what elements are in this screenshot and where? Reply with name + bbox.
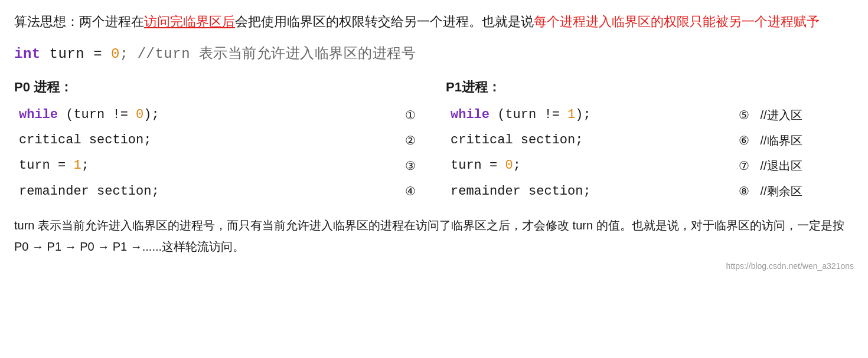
p0-row1-code: while (turn != 0);: [14, 102, 399, 127]
p0-title: P0 进程：: [14, 77, 422, 97]
p1-block: P1进程： while (turn != 1); ⑤ //进入区 critica…: [446, 77, 854, 204]
table-row: remainder section; ④: [14, 179, 422, 204]
p1-cond1: (turn !=: [490, 107, 567, 122]
intro-paragraph: 算法思想：两个进程在访问完临界区后会把使用临界区的权限转交给另一个进程。也就是说…: [14, 11, 854, 32]
p0-row3-code: turn = 1;: [14, 153, 399, 178]
p0-row1-num: ①: [399, 102, 422, 127]
p0-num1: 0: [136, 107, 143, 122]
p0-table: while (turn != 0); ① critical section; ②…: [14, 102, 422, 204]
p1-row4-code: remainder section;: [446, 179, 732, 204]
p1-row4-num: ⑧: [732, 179, 756, 204]
p0-while1: while: [19, 107, 58, 122]
table-row: while (turn != 1); ⑤ //进入区: [446, 102, 854, 127]
table-row: while (turn != 0); ①: [14, 102, 422, 127]
code-value: 0: [111, 46, 120, 62]
p0-close1: );: [143, 107, 159, 122]
p1-turn-semi: ;: [513, 158, 521, 173]
p1-row2-comment: //临界区: [756, 127, 854, 153]
p1-turn-val: 0: [505, 158, 513, 173]
p1-while1: while: [451, 107, 490, 122]
p0-cond1: (turn !=: [58, 107, 136, 122]
p0-block: P0 进程： while (turn != 0); ① critical sec…: [14, 77, 422, 204]
p0-row4-num: ④: [399, 179, 422, 204]
intro-red1: 每个进程进入临界区的权限只能被另一个进程赋予: [534, 14, 820, 29]
p0-turn-assign: turn =: [19, 158, 73, 173]
code-comment: ; //turn 表示当前允许进入临界区的进程号: [120, 46, 416, 62]
p0-row4-code: remainder section;: [14, 179, 399, 204]
source-link: https://blog.csdn.net/wen_a321ons: [14, 260, 854, 272]
p1-row2-num: ⑥: [732, 127, 756, 153]
intro-middle1: 会把使用临界区的权限转交给另一个进程。也就是说: [235, 14, 534, 29]
p1-table: while (turn != 1); ⑤ //进入区 critical sect…: [446, 102, 854, 204]
intro-prefix: 算法思想：两个进程在: [14, 14, 144, 29]
code-var: turn =: [41, 46, 111, 62]
p0-turn-val: 1: [73, 158, 81, 173]
footer-content: turn 表示当前允许进入临界区的进程号，而只有当前允许进入临界区的进程在访问了…: [14, 219, 844, 253]
keyword-int: int: [14, 46, 41, 62]
p1-row4-comment: //剩余区: [756, 179, 854, 204]
p1-row3-comment: //退出区: [756, 153, 854, 178]
p1-num1: 1: [567, 107, 575, 122]
processes-container: P0 进程： while (turn != 0); ① critical sec…: [14, 77, 854, 204]
divider: [422, 77, 446, 204]
table-row: turn = 0; ⑦ //退出区: [446, 153, 854, 178]
p0-row2-code: critical section;: [14, 127, 399, 153]
p0-turn-semi: ;: [81, 158, 89, 173]
table-row: critical section; ⑥ //临界区: [446, 127, 854, 153]
p0-row2-num: ②: [399, 127, 422, 153]
p1-row1-comment: //进入区: [756, 102, 854, 127]
footer-text: turn 表示当前允许进入临界区的进程号，而只有当前允许进入临界区的进程在访问了…: [14, 215, 854, 257]
p1-row1-code: while (turn != 1);: [446, 102, 732, 127]
source-url: https://blog.csdn.net/wen_a321ons: [726, 261, 854, 271]
p1-close1: );: [575, 107, 590, 122]
p0-row3-num: ③: [399, 153, 422, 178]
intro-underline1: 访问完临界区后: [144, 14, 235, 29]
p1-row1-num: ⑤: [732, 102, 756, 127]
p1-row2-code: critical section;: [446, 127, 732, 153]
p1-turn-assign: turn =: [451, 158, 505, 173]
table-row: critical section; ②: [14, 127, 422, 153]
table-row: turn = 1; ③: [14, 153, 422, 178]
p1-row3-num: ⑦: [732, 153, 756, 178]
p1-row3-code: turn = 0;: [446, 153, 732, 178]
p1-title: P1进程：: [446, 77, 854, 97]
code-declaration: int turn = 0; //turn 表示当前允许进入临界区的进程号: [14, 43, 854, 65]
table-row: remainder section; ⑧ //剩余区: [446, 179, 854, 204]
